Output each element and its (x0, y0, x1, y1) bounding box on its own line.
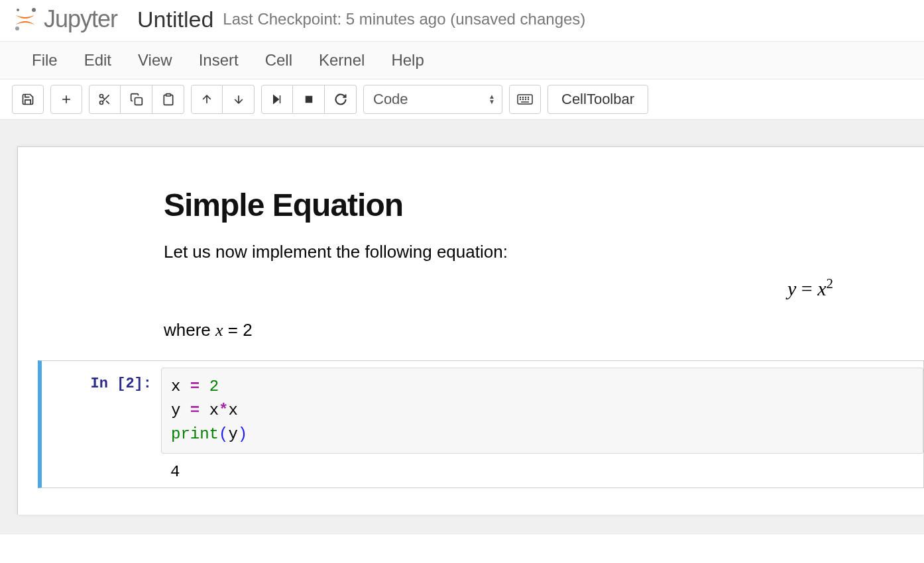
arrow-up-icon (200, 93, 213, 106)
run-icon (271, 93, 283, 105)
code-output: 4 (161, 454, 923, 481)
code-input[interactable]: x = 2 y = x*x print(y) (161, 368, 923, 454)
move-up-button[interactable] (191, 85, 223, 114)
markdown-equation: y = x2 (164, 276, 899, 300)
svg-rect-16 (305, 96, 312, 103)
notebook-title[interactable]: Untitled (137, 7, 213, 32)
paste-icon (162, 93, 175, 106)
menubar: File Edit View Insert Cell Kernel Help (0, 42, 924, 79)
run-button[interactable] (261, 85, 293, 114)
celltoolbar-label: CellToolbar (561, 91, 634, 108)
svg-point-1 (32, 8, 36, 12)
markdown-where: where x = 2 (164, 320, 899, 340)
output-prompt (42, 454, 161, 462)
input-prompt: In [2]: (42, 368, 161, 392)
svg-line-9 (103, 97, 105, 99)
markdown-intro: Let us now implement the following equat… (164, 242, 899, 262)
cut-button[interactable] (89, 85, 121, 114)
svg-point-24 (523, 99, 524, 100)
svg-point-20 (523, 97, 524, 98)
markdown-cell[interactable]: Simple Equation Let us now implement the… (18, 187, 919, 340)
menu-help[interactable]: Help (391, 51, 424, 70)
svg-point-23 (520, 99, 521, 100)
restart-icon (334, 93, 347, 106)
toolbar: Code ▲▼ CellToolbar (0, 79, 924, 120)
cut-icon (98, 93, 111, 106)
menu-view[interactable]: View (138, 51, 172, 70)
brand-text: Jupyter (44, 5, 117, 33)
markdown-heading: Simple Equation (164, 187, 899, 223)
save-button[interactable] (12, 85, 44, 114)
jupyter-logo[interactable]: Jupyter (12, 5, 117, 33)
menu-kernel[interactable]: Kernel (319, 51, 365, 70)
svg-point-21 (526, 97, 526, 98)
paste-button[interactable] (152, 85, 184, 114)
notebook-header: Jupyter Untitled Last Checkpoint: 5 minu… (0, 0, 924, 42)
cell-type-select[interactable]: Code ▲▼ (363, 85, 502, 114)
menu-insert[interactable]: Insert (199, 51, 239, 70)
code-cell[interactable]: In [2]: x = 2 y = x*x print(y) 4 (38, 360, 924, 488)
restart-button[interactable] (325, 85, 357, 114)
svg-point-5 (100, 95, 103, 98)
plus-icon (60, 93, 73, 106)
svg-point-26 (528, 99, 529, 100)
insert-cell-button[interactable] (50, 85, 82, 114)
svg-point-25 (526, 99, 526, 100)
keyboard-icon (517, 93, 533, 105)
svg-rect-10 (135, 98, 142, 105)
checkpoint-status: Last Checkpoint: 5 minutes ago (unsaved … (223, 10, 585, 28)
interrupt-button[interactable] (293, 85, 325, 114)
copy-icon (130, 93, 143, 106)
menu-edit[interactable]: Edit (84, 51, 111, 70)
save-icon (21, 93, 34, 106)
svg-point-2 (15, 26, 19, 30)
menu-file[interactable]: File (32, 51, 58, 70)
page-background: Simple Equation Let us now implement the… (0, 120, 924, 535)
notebook-container: Simple Equation Let us now implement the… (17, 146, 924, 515)
svg-point-6 (100, 101, 103, 105)
copy-button[interactable] (121, 85, 152, 114)
svg-line-8 (106, 101, 109, 104)
svg-point-22 (528, 97, 529, 98)
svg-marker-14 (274, 95, 279, 103)
stop-icon (303, 93, 315, 105)
select-arrows-icon: ▲▼ (489, 94, 495, 105)
cell-type-value: Code (373, 91, 408, 108)
command-palette-button[interactable] (509, 85, 541, 114)
where-prefix: where (164, 320, 215, 340)
jupyter-icon (12, 6, 38, 32)
arrow-down-icon (232, 93, 245, 106)
menu-cell[interactable]: Cell (265, 51, 292, 70)
svg-rect-11 (166, 94, 170, 96)
move-down-button[interactable] (223, 85, 255, 114)
celltoolbar-button[interactable]: CellToolbar (548, 85, 648, 114)
svg-point-0 (17, 9, 19, 11)
svg-point-19 (520, 97, 521, 98)
